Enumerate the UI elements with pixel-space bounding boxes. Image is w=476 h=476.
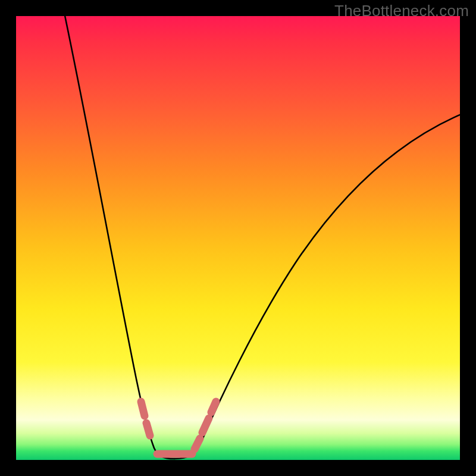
min-region-markers	[141, 402, 216, 454]
plot-area	[16, 16, 460, 460]
bottleneck-curve-svg	[16, 16, 460, 460]
curve-left	[62, 16, 174, 459]
chart-frame: TheBottleneck.com	[0, 0, 476, 476]
watermark-text: TheBottleneck.com	[334, 2, 469, 20]
